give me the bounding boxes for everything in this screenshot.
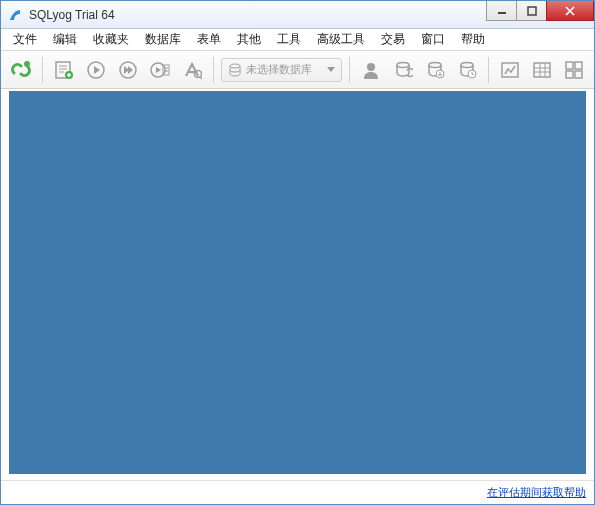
sync-button[interactable] (389, 56, 417, 84)
svg-point-21 (461, 62, 473, 67)
app-window: SQLyog Trial 64 文件 编辑 收藏夹 数据库 表单 其他 工具 高… (0, 0, 595, 505)
backup-button[interactable] (421, 56, 449, 84)
data-search-button[interactable] (560, 56, 588, 84)
user-manager-button[interactable] (357, 56, 385, 84)
workspace-area (9, 91, 586, 474)
titlebar: SQLyog Trial 64 (1, 1, 594, 29)
statusbar: 在评估期间获取帮助 (1, 480, 594, 504)
svg-point-16 (230, 64, 240, 68)
svg-line-15 (200, 77, 202, 79)
trial-help-link[interactable]: 在评估期间获取帮助 (487, 485, 586, 500)
database-icon (228, 63, 242, 77)
menu-database[interactable]: 数据库 (137, 29, 189, 50)
toolbar: 未选择数据库 (1, 51, 594, 89)
database-selector-text: 未选择数据库 (246, 62, 312, 77)
svg-point-17 (367, 63, 375, 71)
close-button[interactable] (546, 1, 594, 21)
svg-rect-0 (498, 12, 506, 14)
new-query-button[interactable] (50, 56, 78, 84)
menu-other[interactable]: 其他 (229, 29, 269, 50)
toolbar-separator (488, 57, 489, 83)
menu-window[interactable]: 窗口 (413, 29, 453, 50)
menubar: 文件 编辑 收藏夹 数据库 表单 其他 工具 高级工具 交易 窗口 帮助 (1, 29, 594, 51)
execute-explain-button[interactable] (146, 56, 174, 84)
format-query-button[interactable] (178, 56, 206, 84)
svg-rect-31 (566, 71, 573, 78)
svg-rect-24 (534, 63, 550, 77)
menu-table[interactable]: 表单 (189, 29, 229, 50)
window-controls (486, 1, 594, 21)
database-selector[interactable]: 未选择数据库 (221, 58, 343, 82)
svg-point-19 (429, 62, 441, 67)
toolbar-separator (42, 57, 43, 83)
svg-rect-29 (566, 62, 573, 69)
app-icon (7, 7, 23, 23)
chevron-down-icon (327, 67, 335, 72)
svg-point-18 (397, 62, 409, 67)
menu-edit[interactable]: 编辑 (45, 29, 85, 50)
menu-advanced-tools[interactable]: 高级工具 (309, 29, 373, 50)
svg-rect-30 (575, 62, 582, 69)
window-title: SQLyog Trial 64 (29, 8, 115, 22)
maximize-button[interactable] (516, 1, 546, 21)
svg-rect-1 (528, 7, 536, 15)
schedule-button[interactable] (453, 56, 481, 84)
new-connection-button[interactable] (7, 56, 35, 84)
schema-designer-button[interactable] (496, 56, 524, 84)
svg-point-2 (24, 61, 30, 67)
menu-file[interactable]: 文件 (5, 29, 45, 50)
minimize-button[interactable] (486, 1, 516, 21)
menu-transaction[interactable]: 交易 (373, 29, 413, 50)
execute-query-button[interactable] (82, 56, 110, 84)
svg-rect-32 (575, 71, 582, 78)
menu-tools[interactable]: 工具 (269, 29, 309, 50)
menu-help[interactable]: 帮助 (453, 29, 493, 50)
execute-all-button[interactable] (114, 56, 142, 84)
toolbar-separator (349, 57, 350, 83)
query-builder-button[interactable] (528, 56, 556, 84)
toolbar-separator (213, 57, 214, 83)
menu-favorites[interactable]: 收藏夹 (85, 29, 137, 50)
